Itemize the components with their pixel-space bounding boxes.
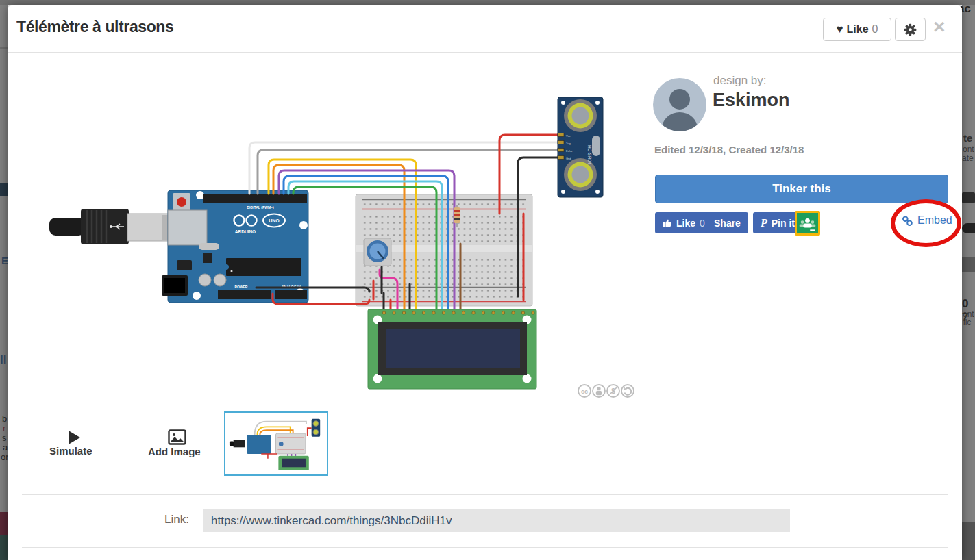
like-count: 0 [872, 23, 878, 36]
share-button[interactable]: Share [706, 212, 748, 233]
add-image-icon[interactable] [168, 429, 186, 445]
like-button-label: Like [847, 23, 869, 36]
add-image-button[interactable]: Add Image [148, 446, 201, 457]
thumbnail-circuit-preview [227, 415, 325, 472]
cc-nc-icon: $ [610, 387, 617, 396]
embed-link[interactable]: Embed [902, 214, 952, 227]
google-classroom-button[interactable] [795, 211, 820, 236]
tinker-this-button[interactable]: Tinker this [655, 175, 948, 203]
share-label: Share [714, 218, 741, 229]
facebook-like-button[interactable]: Like 0 [655, 212, 713, 233]
cc-sa-icon [624, 387, 631, 395]
heart-icon: ♥ [836, 23, 843, 36]
classroom-icon [798, 214, 817, 233]
cc-icon: cc [581, 388, 588, 395]
modal-backdrop[interactable] [0, 0, 8, 560]
embed-label: Embed [917, 214, 952, 227]
gear-icon [904, 23, 917, 36]
close-icon[interactable]: × [933, 16, 946, 37]
play-icon[interactable] [69, 431, 80, 444]
pinterest-icon: P [761, 217, 767, 229]
modal-backdrop[interactable] [962, 0, 975, 560]
modal-backdrop[interactable] [8, 0, 962, 5]
page-title: Télémètre à ultrasons [16, 18, 173, 36]
design-thumbnail[interactable] [224, 411, 328, 476]
header-divider [8, 52, 962, 53]
section-divider [22, 494, 948, 495]
facebook-like-count: 0 [700, 218, 705, 229]
simulate-button[interactable]: Simulate [49, 445, 92, 457]
screen: ac E ll b r s a on te ont ate 0 7 ont li… [0, 0, 975, 560]
settings-button[interactable] [895, 18, 926, 41]
edited-created-dates: Edited 12/3/18, Created 12/3/18 [654, 144, 804, 155]
embed-chain-icon [902, 215, 913, 227]
facebook-like-label: Like [676, 218, 695, 229]
cc-by-icon [596, 387, 602, 395]
thing-detail-modal [8, 5, 962, 560]
author-name[interactable]: Eskimon [713, 90, 790, 111]
section-divider [22, 547, 948, 548]
pin-it-label: Pin it [772, 218, 795, 229]
design-by-label: design by: [713, 74, 767, 88]
link-label: Link: [164, 513, 189, 526]
like-button[interactable]: ♥Like 0 [823, 18, 891, 41]
share-link-input[interactable] [203, 509, 790, 532]
tinker-this-label: Tinker this [772, 182, 831, 196]
cc-license-icons[interactable]: cc $ [578, 383, 638, 400]
avatar [653, 78, 706, 131]
thumbs-up-icon [663, 218, 672, 228]
